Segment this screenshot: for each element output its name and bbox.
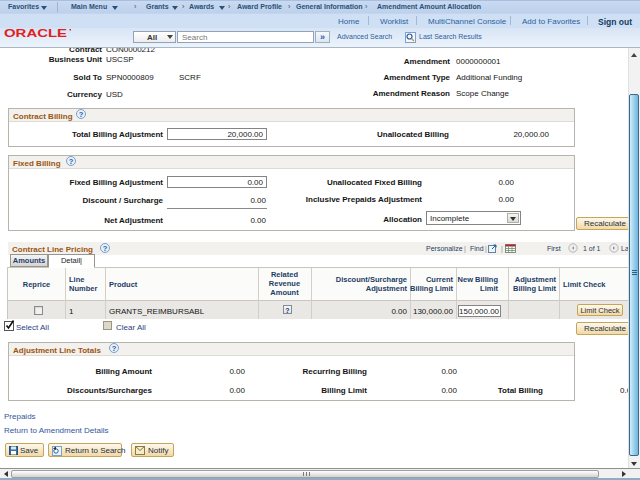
svg-text:ORACLE: ORACLE: [4, 27, 67, 39]
